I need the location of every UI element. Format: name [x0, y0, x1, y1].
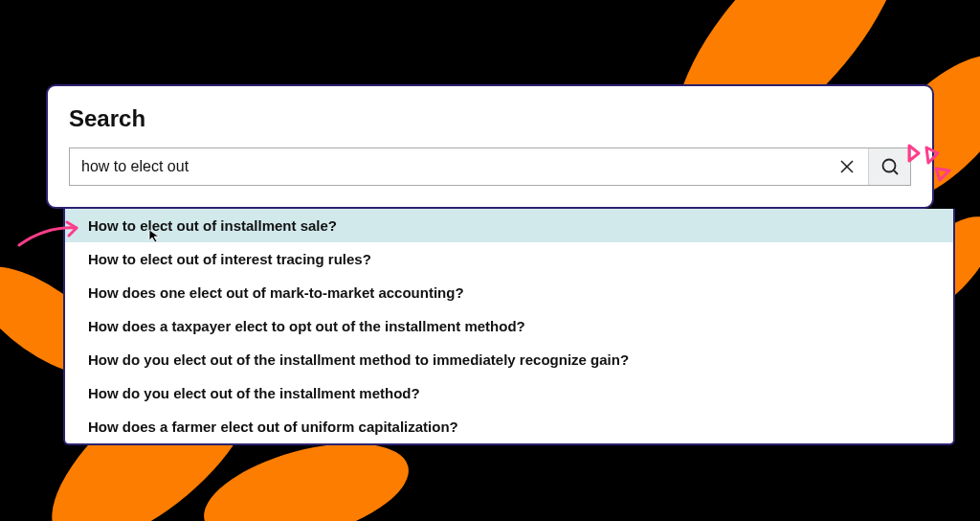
- suggestion-item[interactable]: How do you elect out of the installment …: [65, 343, 953, 376]
- suggestion-item[interactable]: How does one elect out of mark-to-market…: [65, 276, 953, 309]
- clear-button[interactable]: [826, 148, 868, 185]
- suggestion-item[interactable]: How does a taxpayer elect to opt out of …: [65, 309, 953, 343]
- search-panel: Search: [46, 84, 934, 209]
- suggestion-item[interactable]: How does a farmer elect out of uniform c…: [65, 410, 953, 443]
- search-field-row: [69, 147, 911, 186]
- suggestions-dropdown: How to elect out of installment sale? Ho…: [63, 209, 955, 445]
- search-icon: [880, 157, 900, 176]
- panel-title: Search: [69, 105, 911, 132]
- search-button[interactable]: [868, 148, 910, 185]
- suggestion-item[interactable]: How to elect out of installment sale?: [65, 209, 953, 242]
- suggestion-item[interactable]: How do you elect out of the installment …: [65, 376, 953, 410]
- suggestion-item[interactable]: How to elect out of interest tracing rul…: [65, 242, 953, 276]
- svg-point-2: [882, 160, 895, 172]
- search-input[interactable]: [70, 148, 826, 185]
- close-icon: [839, 159, 855, 174]
- svg-line-3: [894, 170, 898, 174]
